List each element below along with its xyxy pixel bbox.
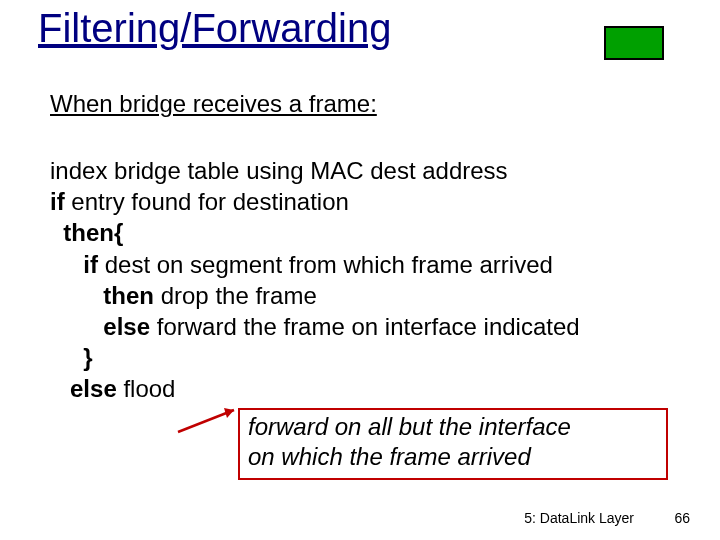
decorative-box — [604, 26, 664, 60]
svg-line-0 — [178, 410, 234, 432]
code-line: then{ — [50, 217, 690, 248]
code-line: if dest on segment from which frame arri… — [50, 249, 690, 280]
callout-line: forward on all but the interface — [248, 412, 658, 442]
keyword-if: if — [50, 188, 65, 215]
code-text: dest on segment from which frame arrived — [98, 251, 553, 278]
keyword-then: then{ — [63, 219, 123, 246]
keyword-if: if — [83, 251, 98, 278]
code-text: drop the frame — [154, 282, 317, 309]
callout-box: forward on all but the interface on whic… — [238, 408, 668, 480]
code-line: } — [50, 342, 690, 373]
arrow-icon — [170, 408, 236, 440]
footer-section: 5: DataLink Layer — [524, 510, 634, 526]
code-line: else flood — [50, 373, 690, 404]
keyword-else: else — [103, 313, 150, 340]
code-line: if entry found for destination — [50, 186, 690, 217]
code-text: forward the frame on interface indicated — [150, 313, 580, 340]
keyword-brace: } — [83, 344, 92, 371]
callout-line: on which the frame arrived — [248, 442, 658, 472]
slide-subtitle: When bridge receives a frame: — [50, 90, 377, 118]
pseudocode-block: index bridge table using MAC dest addres… — [50, 155, 690, 405]
keyword-else: else — [70, 375, 117, 402]
code-line: else forward the frame on interface indi… — [50, 311, 690, 342]
svg-marker-1 — [224, 408, 234, 418]
code-line: then drop the frame — [50, 280, 690, 311]
code-line: index bridge table using MAC dest addres… — [50, 155, 690, 186]
code-text: entry found for destination — [65, 188, 349, 215]
code-text: flood — [117, 375, 176, 402]
footer-page-number: 66 — [674, 510, 690, 526]
slide-title: Filtering/Forwarding — [38, 6, 391, 51]
keyword-then: then — [103, 282, 154, 309]
